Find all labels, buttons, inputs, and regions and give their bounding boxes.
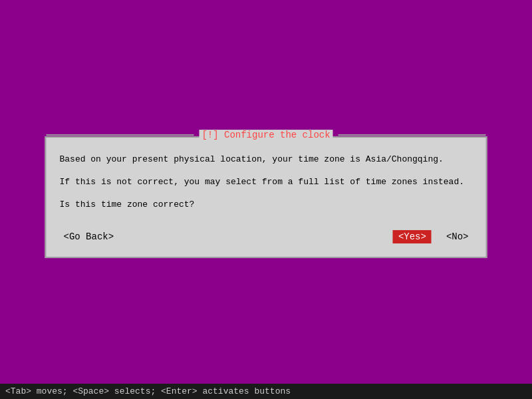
right-buttons: <Yes> <No> xyxy=(393,230,473,243)
dialog-line2: If this is not correct, you may select f… xyxy=(60,176,473,188)
dialog-container: [!] Configure the clock Based on your pr… xyxy=(45,136,487,258)
dialog-body: Based on your present physical location,… xyxy=(47,138,486,257)
dialog-title-bar: [!] Configure the clock xyxy=(47,130,486,140)
dialog-title-line-right xyxy=(338,134,486,136)
status-bar: <Tab> moves; <Space> selects; <Enter> ac… xyxy=(0,384,532,399)
go-back-button[interactable]: <Go Back> xyxy=(60,230,118,243)
button-row: <Go Back> <Yes> <No> xyxy=(60,227,473,246)
yes-button[interactable]: <Yes> xyxy=(393,230,432,243)
dialog-title-line-left xyxy=(47,134,194,136)
dialog-line3: Is this time zone correct? xyxy=(60,199,473,211)
dialog: [!] Configure the clock Based on your pr… xyxy=(45,136,487,258)
dialog-title: [!] Configure the clock xyxy=(199,130,332,140)
dialog-line1: Based on your present physical location,… xyxy=(60,154,473,166)
status-bar-text: <Tab> moves; <Space> selects; <Enter> ac… xyxy=(5,386,291,396)
no-button[interactable]: <No> xyxy=(442,230,473,243)
